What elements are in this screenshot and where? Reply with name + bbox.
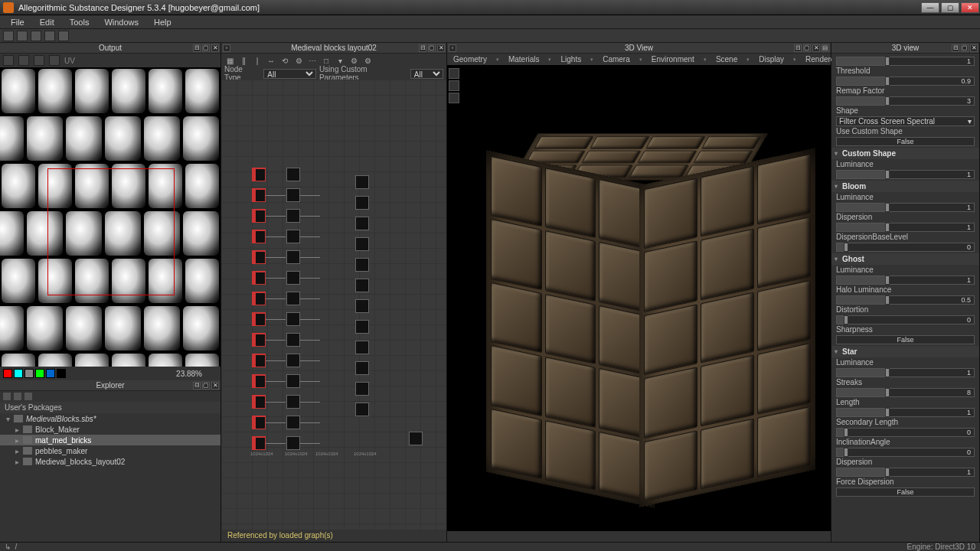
panel-close-icon[interactable]: ✕ — [211, 44, 219, 52]
graph-tool-icon[interactable]: ⚙ — [362, 55, 373, 66]
prop-slider[interactable]: 1 — [836, 57, 975, 66]
graph-node[interactable] — [252, 271, 266, 285]
graph-node[interactable] — [252, 250, 266, 264]
prop-slider[interactable]: 1 — [836, 276, 975, 285]
panel-max-icon[interactable]: ▢ — [202, 382, 210, 390]
graph-node[interactable] — [355, 361, 369, 375]
view3d-viewport[interactable] — [447, 65, 831, 531]
panel-pin-icon[interactable]: ⊟ — [193, 44, 201, 52]
explorer-back-icon[interactable] — [3, 393, 11, 400]
graph-node[interactable] — [286, 354, 300, 367]
view3d-menu-display[interactable]: Display — [756, 55, 787, 64]
graph-node[interactable] — [355, 382, 369, 396]
prop-slider[interactable]: 0 — [836, 243, 975, 252]
minimize-button[interactable]: — — [921, 2, 939, 13]
graph-node[interactable] — [252, 354, 266, 367]
graph-tool-icon[interactable]: ⋯ — [307, 55, 318, 66]
color-swatch[interactable] — [3, 369, 12, 378]
prop-slider[interactable]: 3 — [836, 96, 975, 106]
color-swatch[interactable] — [46, 369, 55, 378]
graph-node[interactable] — [355, 175, 369, 189]
graph-node[interactable] — [286, 209, 300, 223]
explorer-fwd-icon[interactable] — [14, 393, 21, 400]
menu-windows[interactable]: Windows — [96, 18, 146, 27]
panel-max-icon[interactable]: ▢ — [961, 44, 969, 52]
graph-node[interactable] — [286, 436, 300, 450]
panel-max-icon[interactable]: ▢ — [803, 44, 811, 52]
prop-group[interactable]: ▾Star — [831, 346, 979, 357]
output-tool-icon[interactable] — [34, 55, 44, 66]
menu-help[interactable]: Help — [146, 18, 179, 27]
graph-node[interactable] — [355, 217, 369, 230]
prop-select[interactable]: Filter Cross Screen Spectral▾ — [836, 116, 975, 126]
explorer-tree[interactable]: User's Packages ▾MedievalBlocks.sbs* ▸Bl… — [0, 402, 220, 542]
graph-node[interactable] — [355, 196, 369, 210]
view3d-menu-materials[interactable]: Materials — [505, 55, 543, 64]
panel-pin-icon[interactable]: ⊟ — [794, 44, 802, 52]
graph-toolbar-icon[interactable]: ◦ — [223, 44, 230, 52]
panel-close-icon[interactable]: ✕ — [437, 44, 445, 52]
graph-tool-icon[interactable]: ▾ — [335, 55, 345, 66]
prop-slider[interactable]: 0.5 — [836, 295, 975, 305]
node-type-select[interactable]: All — [263, 69, 316, 79]
view3d-tool-icon[interactable] — [449, 80, 459, 91]
graph-node[interactable] — [286, 395, 300, 409]
graph-node[interactable] — [355, 237, 369, 251]
graph-node[interactable] — [286, 271, 300, 285]
prop-slider[interactable]: 8 — [836, 388, 975, 397]
graph-tool-icon[interactable]: ▦ — [224, 55, 235, 66]
graph-node[interactable] — [286, 250, 300, 264]
panel-pin-icon[interactable]: ⊟ — [193, 382, 201, 390]
graph-tool-icon[interactable]: ⚙ — [348, 55, 359, 66]
prop-group[interactable]: ▾Custom Shape — [831, 148, 979, 159]
tree-item[interactable]: ▸mat_med_bricks — [0, 435, 220, 445]
color-swatch[interactable] — [57, 369, 66, 378]
graph-tool-icon[interactable]: ↔ — [266, 55, 276, 66]
tree-item[interactable]: ▸Medieval_blocks_layout02 — [0, 456, 220, 467]
graph-node[interactable] — [252, 312, 266, 326]
graph-node[interactable] — [355, 403, 369, 416]
graph-node[interactable] — [252, 374, 266, 388]
prop-group[interactable]: ▾Ghost — [831, 253, 979, 265]
view3d-menu-environment[interactable]: Environment — [648, 55, 697, 64]
graph-node[interactable] — [286, 416, 300, 429]
view3d-menu-lights[interactable]: Lights — [557, 55, 584, 64]
prop-slider[interactable]: 1 — [836, 408, 975, 417]
panel-max-icon[interactable]: ▢ — [202, 44, 210, 52]
graph-node[interactable] — [252, 395, 266, 409]
close-button[interactable]: ✕ — [961, 2, 979, 13]
view3d-tool-icon[interactable] — [449, 93, 459, 103]
prop-group[interactable]: ▾Bloom — [831, 181, 979, 192]
prop-slider[interactable]: 0.9 — [836, 77, 975, 86]
save-icon[interactable] — [31, 31, 41, 41]
open-icon[interactable] — [17, 31, 28, 41]
view3d-toolbar-icon[interactable]: ◦ — [449, 44, 456, 52]
graph-node[interactable] — [252, 333, 266, 347]
view3d-tool-icon[interactable] — [449, 68, 459, 79]
panel-close-icon[interactable]: ✕ — [812, 44, 820, 52]
graph-tool-icon[interactable]: ⚙ — [293, 55, 304, 66]
output-tool-icon[interactable] — [18, 55, 29, 66]
panel-max-icon[interactable]: ▢ — [428, 44, 436, 52]
graph-tool-icon[interactable]: ‖ — [238, 55, 249, 66]
prop-slider[interactable]: 0 — [836, 315, 975, 324]
graph-node[interactable] — [252, 416, 266, 429]
graph-tool-icon[interactable]: ⟲ — [279, 55, 290, 66]
graph-node[interactable] — [252, 209, 266, 223]
prop-slider[interactable]: 1 — [836, 468, 975, 477]
view3d-menu-camera[interactable]: Camera — [599, 55, 633, 64]
maximize-button[interactable]: ▢ — [941, 2, 959, 13]
tree-root[interactable]: ▾MedievalBlocks.sbs* — [0, 413, 220, 424]
undo-icon[interactable] — [44, 31, 55, 41]
menu-edit[interactable]: Edit — [32, 18, 62, 27]
tree-item[interactable]: ▸pebbles_maker — [0, 445, 220, 456]
output-tool-icon[interactable] — [3, 55, 14, 66]
graph-canvas[interactable]: 1024x10241024x10241024x10241024x1024 — [221, 80, 446, 530]
graph-node[interactable] — [252, 188, 266, 202]
panel-close-icon[interactable]: ✕ — [970, 44, 978, 52]
prop-slider[interactable]: 0 — [836, 448, 975, 457]
view3d-menu-scene[interactable]: Scene — [713, 55, 740, 64]
graph-tool-icon[interactable]: | — [252, 55, 263, 66]
prop-slider[interactable]: 1 — [836, 368, 975, 377]
view3d-menu-geometry[interactable]: Geometry — [450, 55, 490, 64]
